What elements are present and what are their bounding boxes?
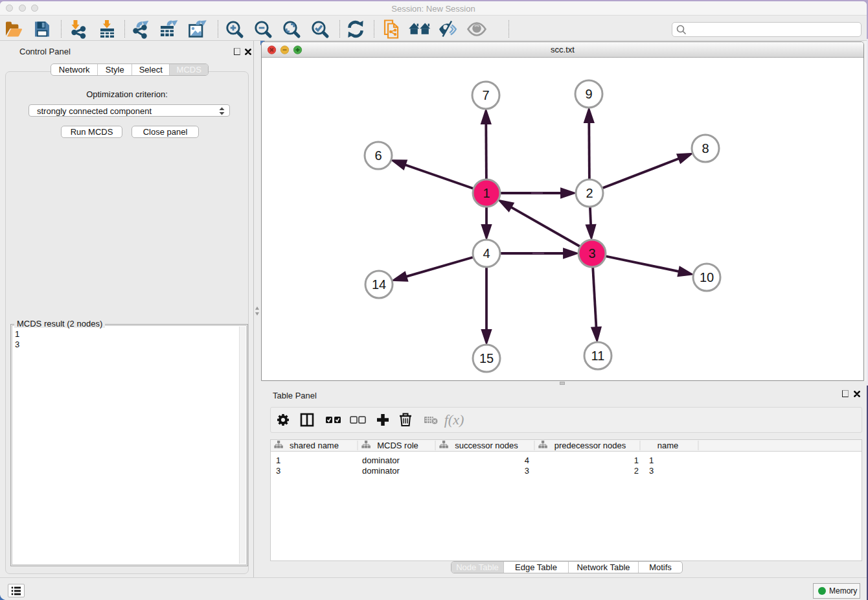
- svg-text:1: 1: [483, 186, 490, 200]
- svg-text:MCDS role: MCDS role: [377, 441, 418, 450]
- svg-text:predecessor nodes: predecessor nodes: [554, 441, 626, 450]
- svg-text:dominator: dominator: [362, 456, 400, 465]
- svg-text:3: 3: [525, 466, 529, 476]
- svg-text:dominator: dominator: [362, 466, 400, 476]
- svg-text:9: 9: [585, 87, 592, 101]
- svg-text:7: 7: [482, 88, 489, 102]
- svg-text:1: 1: [276, 456, 280, 465]
- svg-text:11: 11: [591, 349, 605, 363]
- svg-text:2: 2: [586, 186, 593, 200]
- svg-text:15: 15: [479, 351, 494, 365]
- svg-text:shared name: shared name: [290, 441, 339, 450]
- svg-text:successor nodes: successor nodes: [455, 441, 518, 450]
- svg-text:14: 14: [372, 277, 386, 292]
- svg-text:4: 4: [483, 246, 490, 260]
- svg-text:4: 4: [525, 456, 529, 465]
- svg-text:3: 3: [276, 466, 280, 476]
- svg-text:2: 2: [634, 466, 639, 476]
- svg-text:name: name: [657, 441, 679, 450]
- svg-text:f(x): f(x): [444, 411, 464, 428]
- svg-text:1: 1: [649, 456, 654, 465]
- svg-text:3: 3: [588, 246, 595, 260]
- svg-text:3: 3: [649, 466, 654, 476]
- svg-text:8: 8: [702, 141, 709, 156]
- svg-text:6: 6: [374, 148, 382, 163]
- svg-text:10: 10: [700, 270, 714, 284]
- svg-text:1: 1: [634, 456, 639, 465]
